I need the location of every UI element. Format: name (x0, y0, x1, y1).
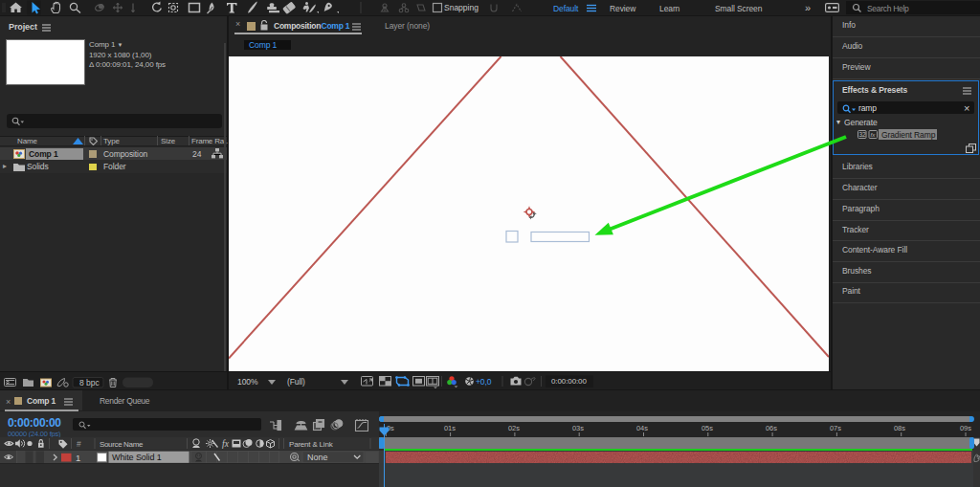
svg-text:1: 1 (76, 452, 80, 462)
svg-text:Snapping: Snapping (444, 3, 479, 12)
svg-text:Parent & Link: Parent & Link (289, 440, 334, 449)
svg-text:Source Name: Source Name (100, 440, 144, 449)
svg-text:#: # (77, 439, 81, 449)
svg-text:fx: fx (222, 439, 230, 449)
svg-text:32: 32 (859, 131, 867, 138)
svg-text:8 bpc: 8 bpc (79, 378, 100, 387)
svg-text:White Solid 1: White Solid 1 (112, 453, 162, 462)
svg-text:fx: fx (871, 132, 877, 138)
svg-text:None: None (307, 453, 328, 462)
